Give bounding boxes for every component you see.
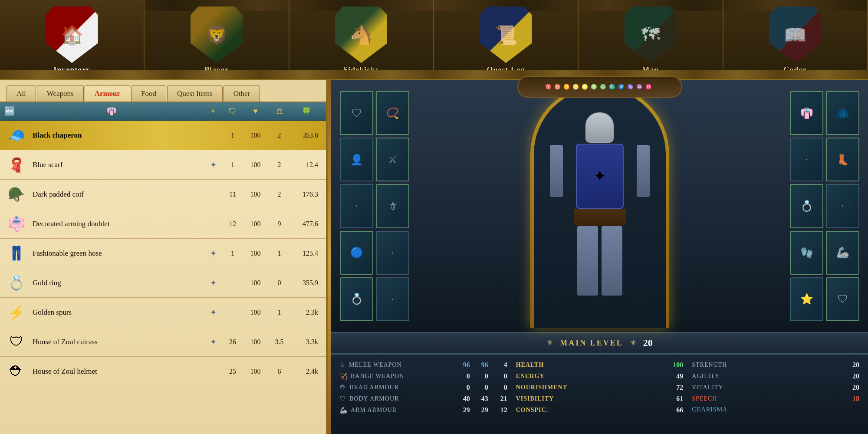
item-weight: 2 — [267, 161, 291, 169]
equip-slot-empty5[interactable]: · — [826, 184, 859, 228]
equip-slot-ring1[interactable]: 💍 — [340, 277, 373, 321]
equip-slot-boots[interactable]: 👢 — [826, 138, 859, 181]
equip-slot-glove[interactable]: 🧤 — [790, 231, 823, 275]
nav-item-sidekicks[interactable]: 🐴 Sidekicks — [289, 0, 434, 79]
equip-slot-empty1[interactable]: · — [340, 184, 373, 228]
stat-strength-label: STRENGTH — [692, 362, 843, 368]
item-row[interactable]: 💍 Gold ring ✦ 100 0 355.9 — [0, 268, 326, 298]
tab-armour[interactable]: Armour — [85, 85, 130, 102]
tab-quest-items[interactable]: Quest Items — [167, 85, 223, 102]
item-cond: 100 — [243, 368, 267, 375]
item-cond: 100 — [243, 132, 267, 139]
equip-slot-emblem[interactable]: 🔵 — [340, 231, 373, 275]
item-icon: 👖 — [4, 241, 28, 265]
nav-item-codex[interactable]: 📖 Codex — [723, 0, 868, 79]
item-value: 2.4k — [291, 368, 322, 375]
item-cond: 100 — [243, 279, 267, 287]
item-icon: 🪖 — [4, 182, 28, 206]
equip-slot-head1[interactable]: 👤 — [340, 138, 373, 181]
equip-slot-empty4[interactable]: · — [790, 138, 823, 181]
item-weight: 2 — [267, 132, 291, 139]
equip-slot-empty3[interactable]: · — [376, 277, 409, 321]
equip-slot-shield2[interactable]: 🛡 — [826, 277, 859, 321]
nav-item-player[interactable]: 🦁 Player — [145, 0, 289, 79]
stat-range-val1: 0 — [457, 372, 470, 380]
nav-shield-player: 🦁 — [188, 7, 245, 63]
item-name: Black chaperon — [33, 131, 204, 140]
equip-slot-jacket[interactable]: 🧥 — [826, 91, 859, 135]
item-row[interactable]: 👖 Fashionable green hose ✦ 1 100 1 125.4 — [0, 239, 326, 268]
item-qty: 12 — [222, 220, 243, 228]
equip-slot-ring2[interactable]: 💍 — [790, 184, 823, 228]
stat-arm-val3: 12 — [494, 406, 507, 414]
equip-slot-dagger[interactable]: 🗡 — [376, 184, 409, 228]
range-weapon-icon: 🏹 — [340, 373, 347, 380]
nav-shield-inventory: 🏠 — [44, 7, 100, 63]
item-row[interactable]: ⛑ House of Zoul helmet 25 100 6 2.4k — [0, 357, 326, 386]
column-headers: 🔤 👘 # 🛡 ♥ ⚖ 🍀 — [0, 102, 326, 121]
col-header-name[interactable]: 👘 — [19, 106, 204, 116]
item-equip-mark: ✦ — [204, 308, 222, 317]
stat-conspic-val: 66 — [670, 406, 683, 414]
equip-slots-right: 👘 🧥 · 👢 💍 · 🧤 🦾 ⭐ 🛡 — [781, 80, 868, 332]
item-list: 🧢 Black chaperon 1 100 2 353.6 🧣 Blue sc… — [0, 121, 326, 431]
item-value: 353.6 — [291, 132, 322, 139]
stat-vitality-val: 20 — [846, 384, 859, 391]
main-level-icon: ⚜ — [546, 338, 553, 348]
item-row[interactable]: 🧢 Black chaperon 1 100 2 353.6 — [0, 121, 326, 150]
main-level-icon2: ⚜ — [630, 338, 637, 348]
stat-agility-label: AGILITY — [692, 373, 843, 380]
character-display: 🛡 📿 👤 ⚔ · 🗡 🔵 · 💍 · — [331, 80, 868, 332]
stat-body-armour: 🛡 BODY ARMOUR 40 43 21 — [340, 395, 507, 403]
stat-conspic: CONSPIC. 66 — [516, 406, 684, 414]
tab-other[interactable]: Other — [224, 85, 260, 102]
equip-slots-left: 🛡 📿 👤 ⚔ · 🗡 🔵 · 💍 · — [331, 80, 418, 332]
shield-icon-player: 🦁 — [191, 7, 243, 63]
stat-body-val1: 40 — [457, 395, 470, 403]
item-row[interactable]: 👘 Decorated arming doublet 12 100 9 477.… — [0, 209, 326, 239]
stats-grid: ⚔ MELEE WEAPON 96 96 4 🏹 RANGE WEAPON 0 … — [340, 361, 859, 430]
item-cond: 100 — [243, 338, 267, 346]
equip-slot-shield1[interactable]: 🛡 — [340, 91, 373, 135]
item-row[interactable]: 🧣 Blue scarf ✦ 1 100 2 12.4 — [0, 150, 326, 180]
stat-head-label: HEAD ARMOUR — [349, 384, 454, 391]
col-header-qty: 🛡 — [222, 107, 243, 116]
item-equip-mark: ✦ — [204, 278, 222, 288]
item-weight: 2 — [267, 191, 291, 198]
main-level-label: MAIN LEVEL — [560, 339, 623, 348]
stat-arm-label: ARM ARMOUR — [351, 407, 454, 414]
equip-slot-bracers[interactable]: 🦾 — [826, 231, 859, 275]
stat-strength: STRENGTH 20 — [692, 361, 859, 369]
stat-head-val3: 0 — [494, 384, 507, 391]
item-icon: 👘 — [4, 212, 28, 236]
nav-item-inventory[interactable]: 🏠 Inventory — [0, 0, 145, 79]
stat-body-val3: 21 — [494, 395, 507, 403]
stat-arm-armour: 🦾 ARM ARMOUR 29 29 12 — [340, 406, 507, 414]
tab-all[interactable]: All — [7, 85, 36, 102]
equip-slot-sword[interactable]: ⚔ — [376, 138, 409, 181]
item-icon: ⛑ — [4, 359, 28, 383]
item-qty: 1 — [222, 161, 243, 169]
item-weight: 6 — [267, 368, 291, 375]
equip-grid-right: 👘 🧥 · 👢 💍 · 🧤 🦾 ⭐ 🛡 — [786, 87, 864, 326]
item-row[interactable]: 🪖 Dark padded coif 11 100 2 176.3 — [0, 180, 326, 209]
item-equip-mark: ✦ — [204, 160, 222, 170]
shield-icon-sidekicks: 🐴 — [335, 7, 387, 63]
tab-food[interactable]: Food — [131, 85, 166, 102]
tab-weapons[interactable]: Weapons — [37, 85, 84, 102]
equip-slot-necklace[interactable]: 📿 — [376, 91, 409, 135]
item-cond: 100 — [243, 309, 267, 316]
stat-melee-val3: 4 — [494, 361, 507, 369]
nav-item-map[interactable]: 🗺 Map — [579, 0, 723, 79]
item-row[interactable]: 🛡 House of Zoul cuirass ✦ 26 100 3.5 3.3… — [0, 327, 326, 357]
nav-item-quest-log[interactable]: 📜 Quest Log — [434, 0, 579, 79]
stat-health-val: 100 — [670, 361, 683, 369]
item-icon: ⚡ — [4, 300, 28, 324]
equip-slot-star[interactable]: ⭐ — [790, 277, 823, 321]
equip-slot-robe[interactable]: 👘 — [790, 91, 823, 135]
item-name: Decorated arming doublet — [33, 220, 204, 228]
stat-vitality-label: VITALITY — [692, 384, 843, 391]
item-row[interactable]: ⚡ Golden spurs ✦ 100 1 2.3k — [0, 298, 326, 327]
item-name: Golden spurs — [33, 308, 204, 317]
equip-slot-empty2[interactable]: · — [376, 231, 409, 275]
